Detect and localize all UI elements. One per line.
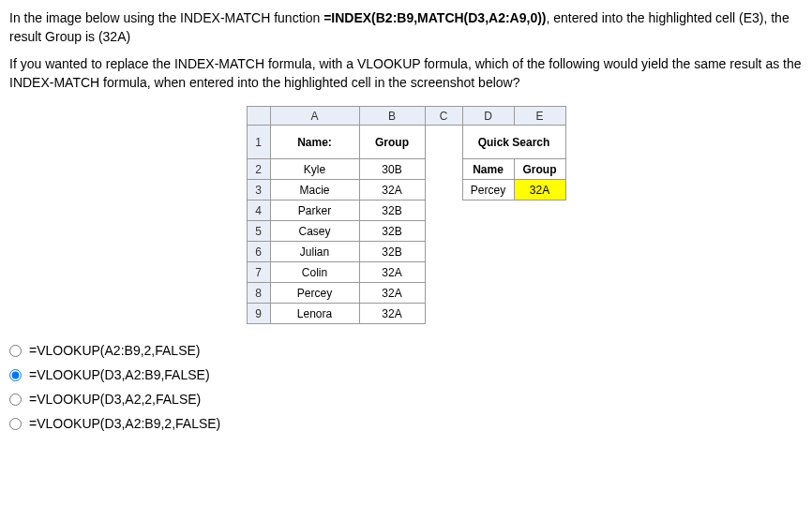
row-header-7[interactable]: 7 [247, 262, 270, 283]
cell-A8[interactable]: Percey [270, 283, 359, 304]
question-paragraph-2: If you wanted to replace the INDEX-MATCH… [9, 55, 803, 92]
label-option-3: =VLOOKUP(D3,A2,2,FALSE) [29, 392, 201, 407]
radio-option-1[interactable] [9, 345, 22, 357]
cell-B3[interactable]: 32A [359, 180, 425, 201]
spreadsheet-grid: A B C D E 1 Name: Group Quick Search 2 K… [247, 106, 566, 324]
label-option-1: =VLOOKUP(A2:B9,2,FALSE) [29, 343, 200, 358]
cell-A9[interactable]: Lenora [270, 304, 359, 324]
cell-B5[interactable]: 32B [359, 221, 425, 242]
cell-C7[interactable] [425, 262, 462, 283]
row-header-4[interactable]: 4 [247, 201, 270, 221]
cell-C4[interactable] [425, 201, 462, 221]
label-option-4: =VLOOKUP(D3,A2:B9,2,FALSE) [29, 416, 220, 431]
row-header-2[interactable]: 2 [247, 159, 270, 180]
radio-option-3[interactable] [9, 394, 22, 406]
cell-A4[interactable]: Parker [270, 201, 359, 221]
col-header-E[interactable]: E [514, 107, 565, 126]
cell-A7[interactable]: Colin [270, 262, 359, 283]
qs-group-value[interactable]: 32A [514, 180, 565, 201]
row-header-9[interactable]: 9 [247, 304, 270, 324]
cell-B7[interactable]: 32A [359, 262, 425, 283]
q1-formula: =INDEX(B2:B9,MATCH(D3,A2:A9,0)) [323, 10, 546, 25]
cell-C5[interactable] [425, 221, 462, 242]
quick-search-title[interactable]: Quick Search [462, 126, 565, 159]
row-header-3[interactable]: 3 [247, 180, 270, 201]
col-header-B[interactable]: B [359, 107, 425, 126]
select-all-corner[interactable] [247, 107, 270, 126]
question-paragraph-1: In the image below using the INDEX-MATCH… [9, 9, 803, 46]
answer-options-group: =VLOOKUP(A2:B9,2,FALSE) =VLOOKUP(D3,A2:B… [9, 343, 803, 431]
cell-C1[interactable] [425, 126, 462, 159]
radio-option-2[interactable] [9, 369, 22, 381]
cell-A5[interactable]: Casey [270, 221, 359, 242]
q1-prefix: In the image below using the INDEX-MATCH… [9, 10, 323, 25]
cell-B4[interactable]: 32B [359, 201, 425, 221]
cell-B1[interactable]: Group [359, 126, 425, 159]
cell-E7[interactable] [514, 262, 565, 283]
col-header-C[interactable]: C [425, 107, 462, 126]
qs-name-header[interactable]: Name [462, 159, 514, 180]
cell-E4[interactable] [514, 201, 565, 221]
cell-D4[interactable] [462, 201, 514, 221]
cell-C8[interactable] [425, 283, 462, 304]
cell-C9[interactable] [425, 304, 462, 324]
row-header-6[interactable]: 6 [247, 242, 270, 262]
label-option-2: =VLOOKUP(D3,A2:B9,FALSE) [29, 367, 210, 382]
cell-B6[interactable]: 32B [359, 242, 425, 262]
spreadsheet-container: A B C D E 1 Name: Group Quick Search 2 K… [9, 106, 803, 324]
cell-B2[interactable]: 30B [359, 159, 425, 180]
answer-option-4: =VLOOKUP(D3,A2:B9,2,FALSE) [9, 416, 803, 431]
col-header-A[interactable]: A [270, 107, 359, 126]
cell-D9[interactable] [462, 304, 514, 324]
cell-C3[interactable] [425, 180, 462, 201]
answer-option-2: =VLOOKUP(D3,A2:B9,FALSE) [9, 367, 803, 382]
cell-A1[interactable]: Name: [270, 126, 359, 159]
row-header-1[interactable]: 1 [247, 126, 270, 159]
cell-A6[interactable]: Julian [270, 242, 359, 262]
qs-group-header[interactable]: Group [514, 159, 565, 180]
cell-E8[interactable] [514, 283, 565, 304]
cell-D6[interactable] [462, 242, 514, 262]
answer-option-3: =VLOOKUP(D3,A2,2,FALSE) [9, 392, 803, 407]
cell-E5[interactable] [514, 221, 565, 242]
cell-D8[interactable] [462, 283, 514, 304]
col-header-D[interactable]: D [462, 107, 514, 126]
cell-B8[interactable]: 32A [359, 283, 425, 304]
cell-D5[interactable] [462, 221, 514, 242]
cell-C2[interactable] [425, 159, 462, 180]
cell-E6[interactable] [514, 242, 565, 262]
cell-A2[interactable]: Kyle [270, 159, 359, 180]
answer-option-1: =VLOOKUP(A2:B9,2,FALSE) [9, 343, 803, 358]
cell-E9[interactable] [514, 304, 565, 324]
radio-option-4[interactable] [9, 418, 22, 430]
cell-B9[interactable]: 32A [359, 304, 425, 324]
cell-D7[interactable] [462, 262, 514, 283]
cell-C6[interactable] [425, 242, 462, 262]
row-header-8[interactable]: 8 [247, 283, 270, 304]
cell-A3[interactable]: Macie [270, 180, 359, 201]
row-header-5[interactable]: 5 [247, 221, 270, 242]
qs-name-value[interactable]: Percey [462, 180, 514, 201]
